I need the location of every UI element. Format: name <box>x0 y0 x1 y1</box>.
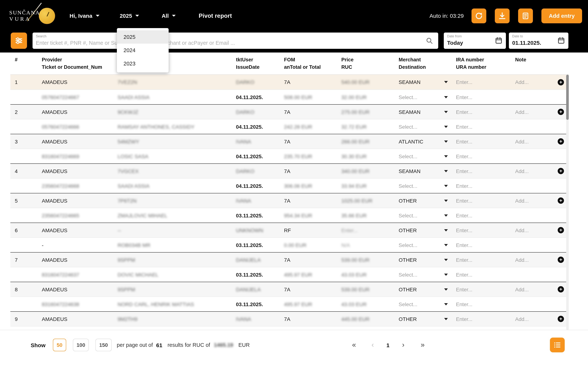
ura-number-input[interactable]: Enter... <box>453 183 512 189</box>
filters-button[interactable] <box>11 32 27 49</box>
add-entry-button[interactable]: Add entry <box>541 8 582 23</box>
year-option-2024[interactable]: 2024 <box>117 44 169 57</box>
year-option-2023[interactable]: 2023 <box>117 57 169 70</box>
destination-dropdown[interactable]: Select... <box>396 94 453 100</box>
calendar-icon[interactable] <box>557 37 565 46</box>
cell-provider: AMADEUS <box>39 109 115 115</box>
page-size-50-button[interactable]: 50 <box>53 339 66 351</box>
merchant-dropdown[interactable]: SEAMAN <box>396 79 453 85</box>
next-page-button[interactable]: › <box>402 341 405 349</box>
note-add-input[interactable]: Add... <box>512 316 553 322</box>
result-count: 61 <box>156 342 162 348</box>
cell-ticket-number: - <box>39 242 115 248</box>
note-add-input[interactable]: Add... <box>512 227 553 233</box>
ura-number-input[interactable]: Enter... <box>453 272 512 277</box>
destination-dropdown[interactable]: Select... <box>396 124 453 130</box>
table-scrollbar[interactable] <box>566 75 569 330</box>
currency-label: EUR <box>238 342 250 348</box>
note-add-input[interactable]: Add... <box>512 168 553 174</box>
download-icon <box>498 12 506 20</box>
ira-number-input[interactable]: Enter... <box>453 79 512 85</box>
merchant-dropdown[interactable]: OTHER <box>396 316 453 322</box>
auto-logout-timer: Auto in: 03:29 <box>430 13 464 19</box>
note-add-input[interactable]: Add... <box>512 109 553 115</box>
merchant-dropdown[interactable]: ATLANTIC <box>396 138 453 144</box>
note-add-input[interactable]: Add... <box>512 138 553 144</box>
chevron-down-icon <box>444 96 448 98</box>
ira-number-input[interactable]: Enter... <box>453 286 512 292</box>
cell-passenger-name: RAMSAY ANTHONES, CASSIDY <box>115 124 233 130</box>
destination-dropdown[interactable]: Select... <box>396 272 453 277</box>
merchant-dropdown[interactable]: OTHER <box>396 257 453 263</box>
date-from-field[interactable]: Date from Today <box>444 32 506 49</box>
search-field[interactable]: Search <box>32 32 438 49</box>
year-option-2025[interactable]: 2025 <box>117 30 169 44</box>
last-page-button[interactable]: » <box>421 341 424 349</box>
add-plus-icon[interactable] <box>558 168 564 174</box>
add-plus-icon[interactable] <box>558 256 564 263</box>
user-menu[interactable]: Hi, Ivana <box>70 13 99 19</box>
scrollbar-thumb[interactable] <box>566 75 569 120</box>
list-icon <box>553 341 561 349</box>
ura-number-input[interactable]: Enter... <box>453 124 512 130</box>
page-size-150-button[interactable]: 150 <box>96 339 112 351</box>
row-number: 9 <box>10 316 39 322</box>
logo-clock-icon <box>39 8 55 24</box>
destination-dropdown[interactable]: Select... <box>396 301 453 307</box>
prev-page-button[interactable]: ‹ <box>371 341 374 349</box>
report-button[interactable] <box>518 8 533 23</box>
ira-number-input[interactable]: Enter... <box>453 198 512 204</box>
date-from-value: Today <box>447 40 463 46</box>
first-page-button[interactable]: « <box>352 341 356 349</box>
add-plus-icon[interactable] <box>558 79 564 85</box>
ura-number-input[interactable]: Enter... <box>453 301 512 307</box>
year-selector[interactable]: 2025 <box>120 13 139 19</box>
cell-total: 242.28 EUR <box>281 124 338 130</box>
add-plus-icon[interactable] <box>558 138 564 144</box>
download-button[interactable] <box>495 8 510 23</box>
search-input[interactable] <box>36 39 421 47</box>
add-plus-icon[interactable] <box>558 227 564 233</box>
destination-dropdown[interactable]: Select... <box>396 242 453 248</box>
date-to-field[interactable]: Date to 01.11.2025. <box>509 32 568 49</box>
destination-dropdown[interactable]: Select... <box>396 153 453 159</box>
summary-list-button[interactable] <box>550 338 565 352</box>
note-add-input[interactable]: Add... <box>512 286 553 292</box>
merchant-dropdown[interactable]: SEAMAN <box>396 109 453 115</box>
destination-dropdown[interactable]: Select... <box>396 183 453 189</box>
ura-number-input[interactable]: Enter... <box>453 212 512 218</box>
refresh-button[interactable] <box>472 8 486 23</box>
merchant-dropdown[interactable]: OTHER <box>396 198 453 204</box>
add-plus-icon[interactable] <box>558 109 564 115</box>
merchant-dropdown[interactable]: OTHER <box>396 227 453 233</box>
add-plus-icon[interactable] <box>558 197 564 204</box>
add-plus-icon[interactable] <box>558 316 564 322</box>
app-root: SUNČANA VURA Hi, Ivana 2025 All Pivot re… <box>0 0 588 369</box>
merchant-dropdown[interactable]: SEAMAN <box>396 168 453 174</box>
note-add-input[interactable]: Add... <box>512 79 553 85</box>
scope-selector[interactable]: All <box>162 13 176 19</box>
note-add-input[interactable]: Add... <box>512 257 553 263</box>
chevron-down-icon <box>444 288 448 290</box>
ira-number-input[interactable]: Enter... <box>453 257 512 263</box>
page-size-100-button[interactable]: 100 <box>73 339 89 351</box>
ira-number-input[interactable]: Enter... <box>453 138 512 144</box>
pivot-report-link[interactable]: Pivot report <box>199 12 232 19</box>
calendar-icon[interactable] <box>495 37 503 46</box>
destination-dropdown[interactable]: Select... <box>396 212 453 218</box>
results-text: results for RUC of <box>167 342 210 348</box>
ura-number-input[interactable]: Enter... <box>453 153 512 159</box>
cell-ruc: 43.03 EUR <box>338 272 396 277</box>
ura-number-input[interactable]: Enter... <box>453 94 512 100</box>
ira-number-input[interactable]: Enter... <box>453 168 512 174</box>
ura-number-input[interactable]: Enter... <box>453 242 512 248</box>
ira-number-input[interactable]: Enter... <box>453 316 512 322</box>
cell-price: 540.00 EUR <box>338 79 396 85</box>
add-plus-icon[interactable] <box>558 286 564 292</box>
ira-number-input[interactable]: Enter... <box>453 109 512 115</box>
logo-line1: SUNČANA <box>9 10 40 16</box>
note-add-input[interactable]: Add... <box>512 198 553 204</box>
ira-number-input[interactable]: Enter... <box>453 227 512 233</box>
merchant-dropdown[interactable]: OTHER <box>396 286 453 292</box>
search-icon[interactable] <box>426 37 433 46</box>
